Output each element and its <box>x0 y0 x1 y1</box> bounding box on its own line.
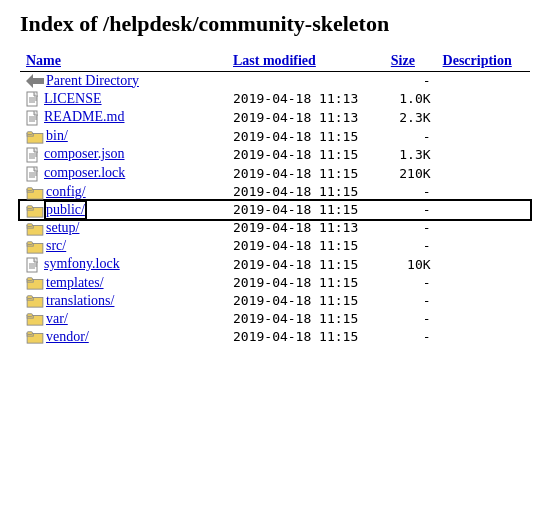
table-row: Parent Directory- <box>20 71 530 90</box>
table-row: bin/2019-04-18 11:15- <box>20 127 530 145</box>
file-desc-cell <box>437 328 530 346</box>
file-link[interactable]: config/ <box>46 184 86 199</box>
sort-by-desc-link[interactable]: Description <box>443 53 512 68</box>
col-header-name: Name <box>20 51 227 72</box>
file-size-cell: - <box>385 219 437 237</box>
file-icon <box>26 166 40 182</box>
file-date-cell: 2019-04-18 11:15 <box>227 255 385 274</box>
file-size-cell: 210K <box>385 164 437 183</box>
folder-icon <box>26 204 44 218</box>
file-date-cell: 2019-04-18 11:15 <box>227 127 385 145</box>
file-listing-table: Name Last modified Size Description Pare… <box>20 51 530 346</box>
file-link[interactable]: templates/ <box>46 275 104 290</box>
svg-rect-38 <box>27 278 32 281</box>
table-row: composer.json2019-04-18 11:151.3K <box>20 145 530 164</box>
svg-rect-31 <box>27 241 32 244</box>
file-link[interactable]: LICENSE <box>44 91 102 106</box>
sort-by-size-link[interactable]: Size <box>391 53 415 68</box>
file-name-cell: LICENSE <box>20 90 227 109</box>
file-icon <box>26 91 40 107</box>
folder-icon <box>26 186 44 200</box>
file-size-cell: - <box>385 274 437 292</box>
page-title: Index of /helpdesk/community-skeleton <box>20 10 530 39</box>
file-size-cell: - <box>385 71 437 90</box>
file-icon <box>26 147 40 163</box>
table-row: templates/2019-04-18 11:15- <box>20 274 530 292</box>
file-date-cell: 2019-04-18 11:13 <box>227 219 385 237</box>
file-name-cell: vendor/ <box>20 328 227 346</box>
file-size-cell: 1.3K <box>385 145 437 164</box>
table-row: var/2019-04-18 11:15- <box>20 310 530 328</box>
file-desc-cell <box>437 219 530 237</box>
file-link[interactable]: translations/ <box>46 293 114 308</box>
file-desc-cell <box>437 237 530 255</box>
file-name-cell: symfony.lock <box>20 255 227 274</box>
file-link[interactable]: var/ <box>46 311 68 326</box>
svg-rect-44 <box>27 314 32 317</box>
file-link[interactable]: bin/ <box>46 128 68 143</box>
file-size-cell: - <box>385 127 437 145</box>
file-desc-cell <box>437 127 530 145</box>
file-link[interactable]: composer.lock <box>44 165 125 180</box>
file-size-cell: - <box>385 328 437 346</box>
file-desc-cell <box>437 292 530 310</box>
folder-icon <box>26 294 44 308</box>
col-header-description: Description <box>437 51 530 72</box>
file-link[interactable]: setup/ <box>46 220 79 235</box>
file-desc-cell <box>437 274 530 292</box>
file-name-cell: bin/ <box>20 127 227 145</box>
col-header-last-modified: Last modified <box>227 51 385 72</box>
file-link[interactable]: Parent Directory <box>46 73 139 88</box>
parent-icon <box>26 74 44 88</box>
table-row: composer.lock2019-04-18 11:15210K <box>20 164 530 183</box>
file-size-cell: 10K <box>385 255 437 274</box>
file-date-cell: 2019-04-18 11:15 <box>227 201 385 219</box>
file-size-cell: 1.0K <box>385 90 437 109</box>
table-row: src/2019-04-18 11:15- <box>20 237 530 255</box>
file-link[interactable]: public/ <box>46 202 85 218</box>
file-size-cell: - <box>385 292 437 310</box>
svg-rect-41 <box>27 296 32 299</box>
folder-icon <box>26 276 44 290</box>
table-row: config/2019-04-18 11:15- <box>20 183 530 201</box>
file-desc-cell <box>437 310 530 328</box>
file-desc-cell <box>437 201 530 219</box>
file-date-cell: 2019-04-18 11:15 <box>227 145 385 164</box>
file-name-cell: config/ <box>20 183 227 201</box>
file-link[interactable]: composer.json <box>44 146 125 161</box>
file-name-cell: src/ <box>20 237 227 255</box>
file-name-cell: composer.lock <box>20 164 227 183</box>
file-date-cell: 2019-04-18 11:15 <box>227 237 385 255</box>
table-row: README.md2019-04-18 11:132.3K <box>20 108 530 127</box>
folder-icon <box>26 130 44 144</box>
file-name-cell: Parent Directory <box>20 71 227 90</box>
file-date-cell <box>227 71 385 90</box>
folder-icon <box>26 330 44 344</box>
file-link[interactable]: README.md <box>44 109 125 124</box>
table-row: symfony.lock2019-04-18 11:1510K <box>20 255 530 274</box>
sort-by-date-link[interactable]: Last modified <box>233 53 316 68</box>
file-date-cell: 2019-04-18 11:15 <box>227 310 385 328</box>
file-desc-cell <box>437 255 530 274</box>
file-icon <box>26 110 40 126</box>
svg-marker-0 <box>26 74 44 88</box>
file-size-cell: - <box>385 310 437 328</box>
file-link[interactable]: symfony.lock <box>44 256 120 271</box>
file-link[interactable]: src/ <box>46 238 66 253</box>
svg-rect-28 <box>27 223 32 226</box>
table-row: LICENSE2019-04-18 11:131.0K <box>20 90 530 109</box>
file-date-cell: 2019-04-18 11:15 <box>227 292 385 310</box>
sort-by-name-link[interactable]: Name <box>26 53 61 68</box>
file-date-cell: 2019-04-18 11:15 <box>227 328 385 346</box>
col-header-size: Size <box>385 51 437 72</box>
file-desc-cell <box>437 108 530 127</box>
file-name-cell: README.md <box>20 108 227 127</box>
file-name-cell: translations/ <box>20 292 227 310</box>
file-name-cell: composer.json <box>20 145 227 164</box>
file-name-cell: public/ <box>20 201 227 219</box>
file-date-cell: 2019-04-18 11:15 <box>227 274 385 292</box>
file-link[interactable]: vendor/ <box>46 329 89 344</box>
file-name-cell: var/ <box>20 310 227 328</box>
svg-rect-11 <box>27 132 32 135</box>
table-row: vendor/2019-04-18 11:15- <box>20 328 530 346</box>
